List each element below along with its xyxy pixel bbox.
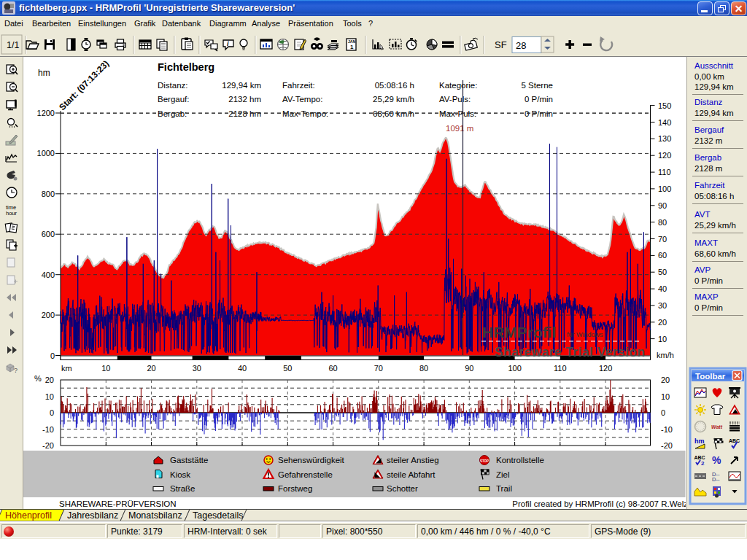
- svg-text:Gaststätte: Gaststätte: [170, 456, 208, 464]
- svg-text:2132 hm: 2132 hm: [228, 95, 261, 104]
- svg-text:Monatsbilanz: Monatsbilanz: [128, 510, 182, 521]
- svg-text:Tagesdetails: Tagesdetails: [193, 510, 244, 521]
- svg-text:120: 120: [658, 151, 671, 160]
- svg-text:60: 60: [328, 364, 337, 373]
- svg-text:05:08:16 h: 05:08:16 h: [375, 81, 414, 90]
- svg-text:Kiosk: Kiosk: [170, 470, 190, 479]
- svg-text:Fahrzeit:: Fahrzeit:: [282, 81, 315, 90]
- svg-text:28: 28: [516, 40, 526, 51]
- svg-text:5 Sterne: 5 Sterne: [522, 81, 553, 90]
- svg-text:110: 110: [554, 364, 567, 373]
- svg-text:60: 60: [658, 251, 667, 260]
- svg-text:-10: -10: [661, 425, 673, 434]
- svg-text:100: 100: [508, 364, 521, 373]
- svg-text:20: 20: [658, 318, 667, 327]
- svg-text:-10: -10: [42, 425, 54, 434]
- svg-text:km: km: [61, 364, 72, 373]
- svg-text:km/h: km/h: [657, 351, 674, 359]
- svg-text:Kategorie:: Kategorie:: [439, 81, 477, 90]
- svg-text:25,29 km/h: 25,29 km/h: [373, 95, 414, 104]
- svg-text:70: 70: [374, 364, 383, 373]
- svg-text:1200: 1200: [37, 109, 55, 117]
- svg-text:-20: -20: [661, 441, 673, 450]
- svg-text:30: 30: [658, 301, 667, 310]
- svg-text:hm: hm: [38, 68, 50, 78]
- svg-text:SF: SF: [495, 39, 507, 50]
- svg-text:150: 150: [658, 101, 671, 110]
- svg-text:1/1: 1/1: [7, 40, 19, 50]
- svg-text:steiler Anstieg: steiler Anstieg: [387, 456, 439, 464]
- svg-text:20: 20: [661, 376, 670, 384]
- svg-text:10: 10: [658, 335, 667, 343]
- svg-text:für Windows: für Windows: [567, 331, 603, 338]
- svg-text:100: 100: [658, 184, 671, 193]
- svg-text:Bergauf:: Bergauf:: [158, 95, 189, 104]
- svg-text:0: 0: [50, 351, 55, 360]
- svg-text:129,94 km: 129,94 km: [222, 81, 261, 90]
- svg-text:Fichtelberg: Fichtelberg: [158, 61, 214, 73]
- svg-text:600: 600: [42, 230, 55, 238]
- svg-text:Sehenswürdigkeit: Sehenswürdigkeit: [278, 456, 345, 464]
- svg-text:JAN: JAN: [348, 39, 355, 44]
- svg-text:110: 110: [658, 168, 671, 176]
- svg-text:%: %: [34, 374, 42, 383]
- svg-text:1000: 1000: [37, 149, 55, 158]
- svg-text:40: 40: [238, 364, 247, 373]
- svg-text:Forstweg: Forstweg: [278, 484, 312, 493]
- svg-text:1091 m: 1091 m: [446, 124, 473, 133]
- svg-text:Shareware Trial Version: Shareware Trial Version: [495, 345, 646, 359]
- svg-text:-20: -20: [42, 441, 54, 450]
- svg-text:30: 30: [193, 364, 201, 373]
- svg-text:Trail: Trail: [496, 484, 512, 493]
- svg-text:SHAREWARE-PRÜFVERSION: SHAREWARE-PRÜFVERSION: [59, 499, 177, 508]
- svg-text:20: 20: [147, 364, 155, 373]
- svg-text:200: 200: [42, 311, 55, 319]
- svg-text:Kontrollstelle: Kontrollstelle: [496, 456, 544, 464]
- svg-text:AV-Tempo:: AV-Tempo:: [282, 95, 322, 104]
- svg-text:50: 50: [658, 268, 667, 276]
- svg-text:90: 90: [465, 364, 473, 373]
- svg-text:steile Abfahrt: steile Abfahrt: [387, 470, 436, 479]
- svg-text:10: 10: [101, 364, 110, 373]
- svg-text:Schotter: Schotter: [387, 484, 418, 493]
- svg-text:400: 400: [42, 271, 55, 279]
- svg-text:140: 140: [658, 118, 671, 127]
- svg-text:20: 20: [45, 376, 54, 384]
- svg-text:STOP: STOP: [480, 459, 489, 463]
- svg-text:Ziel: Ziel: [496, 470, 510, 479]
- svg-text:800: 800: [42, 190, 55, 198]
- svg-text:80: 80: [658, 218, 667, 227]
- svg-text:hour: hour: [6, 210, 18, 217]
- svg-text:10: 10: [661, 392, 670, 401]
- svg-text:70: 70: [658, 235, 667, 244]
- svg-text:Gefahrenstelle: Gefahrenstelle: [278, 470, 333, 479]
- svg-text:90: 90: [658, 201, 667, 210]
- svg-text:0: 0: [50, 408, 54, 417]
- svg-text:AV-Puls:: AV-Puls:: [439, 95, 471, 104]
- svg-text:Höhenprofil: Höhenprofil: [5, 510, 52, 521]
- svg-text:Distanz:: Distanz:: [158, 81, 188, 90]
- svg-text:0: 0: [661, 408, 665, 417]
- svg-text:?: ?: [14, 367, 18, 374]
- svg-text:80: 80: [419, 364, 428, 373]
- svg-text:0 P/min: 0 P/min: [525, 95, 553, 104]
- svg-text:50: 50: [283, 364, 292, 373]
- svg-text:120: 120: [599, 364, 612, 373]
- svg-text:Jahresbilanz: Jahresbilanz: [67, 510, 118, 521]
- svg-text:40: 40: [658, 284, 667, 293]
- svg-text:HRMProfil: HRMProfil: [482, 324, 557, 341]
- svg-text:1: 1: [350, 44, 354, 50]
- svg-text:130: 130: [658, 134, 671, 143]
- svg-text:Profil created by HRMProfil (c: Profil created by HRMProfil (c) 98-2007 …: [512, 499, 686, 508]
- svg-text:Straße: Straße: [170, 484, 196, 493]
- svg-text:10: 10: [45, 392, 54, 401]
